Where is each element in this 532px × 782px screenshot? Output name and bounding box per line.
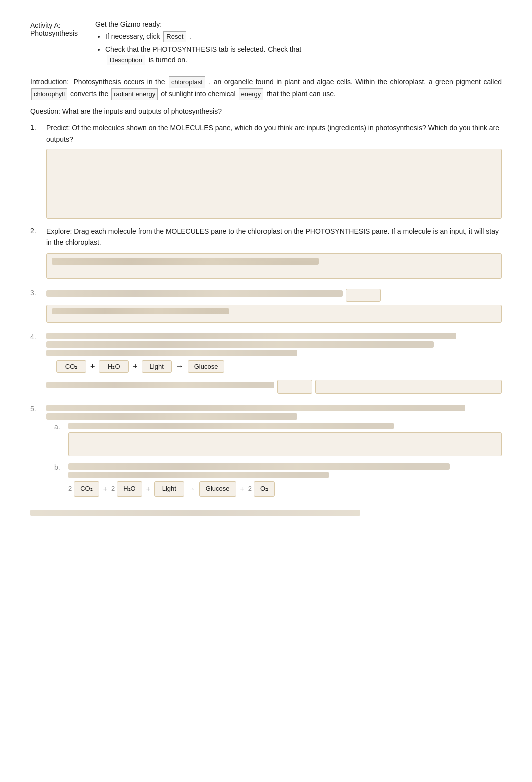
photosynthesis-equation: CO₂ + H₂O + Light → Glucose bbox=[46, 360, 502, 373]
eq2-h2o: H₂O bbox=[117, 481, 142, 497]
page-container: Activity A: Photosynthesis Get the Gizmo… bbox=[30, 20, 502, 516]
activity-header: Activity A: Photosynthesis Get the Gizmo… bbox=[30, 20, 502, 67]
question-label: Question: bbox=[30, 107, 60, 115]
intro-text2: , an organelle found in plant and algae … bbox=[209, 78, 502, 86]
activity-subtitle: Photosynthesis bbox=[30, 29, 95, 37]
item-1-answer-area[interactable] bbox=[46, 149, 502, 219]
eq2-o2: O₂ bbox=[254, 481, 275, 497]
item-5b-content: 2 CO₂ + 2 H₂O + Light → Glucose bbox=[68, 463, 502, 497]
item-3: 3. bbox=[30, 289, 502, 325]
item-5a-label: a. bbox=[54, 423, 68, 431]
item-5-body: a. b. 2 bbox=[46, 405, 502, 502]
radiant-energy-box: radiant energy bbox=[111, 88, 158, 100]
activity-label: Activity A: Photosynthesis bbox=[30, 20, 95, 37]
eq2-co2: CO₂ bbox=[74, 481, 99, 497]
energy-box: energy bbox=[239, 88, 264, 100]
item-2-number: 2. bbox=[30, 226, 46, 235]
activity-title: Activity A: bbox=[30, 21, 95, 29]
question-text: What are the inputs and outputs of photo… bbox=[62, 107, 222, 115]
item-3-num: 3. bbox=[30, 289, 46, 297]
bullet2-suffix: is turned on. bbox=[149, 56, 187, 64]
item-5a: a. bbox=[46, 423, 502, 458]
item-3-answer[interactable] bbox=[46, 305, 502, 323]
bullet1-suffix: . bbox=[190, 32, 192, 40]
item-5-header: 5. a. b. bbox=[30, 405, 502, 502]
item-3-header: 3. bbox=[30, 289, 502, 325]
item-5: 5. a. b. bbox=[30, 405, 502, 502]
item-2: 2. Explore: Drag each molecule from the … bbox=[30, 226, 502, 282]
item-5b-label: b. bbox=[54, 463, 68, 471]
item-2-content: Explore: Drag each molecule from the MOL… bbox=[46, 226, 502, 282]
item-5-num: 5. bbox=[30, 405, 46, 413]
item-2-answer-area[interactable] bbox=[46, 253, 502, 279]
instruction-item-2: Check that the PHOTOSYNTHESIS tab is sel… bbox=[105, 44, 502, 66]
chlorophyll-box: chlorophyll bbox=[31, 88, 67, 100]
eq-h2o: H₂O bbox=[99, 360, 129, 373]
item-2-text: Explore: Drag each molecule from the MOL… bbox=[46, 227, 499, 246]
instruction-item-1: If necessary, click Reset . bbox=[105, 31, 502, 42]
item-1-text: Predict: Of the molecules shown on the M… bbox=[46, 124, 499, 143]
intro-section: Introduction: Photosynthesis occurs in t… bbox=[30, 76, 502, 100]
bottom-blurred-line bbox=[30, 510, 360, 516]
eq-glucose: Glucose bbox=[188, 360, 225, 373]
eq2-light: Light bbox=[154, 481, 184, 497]
get-ready-label: Get the Gizmo ready: bbox=[95, 20, 502, 28]
intro-text5: that the plant can use. bbox=[267, 90, 336, 98]
item-5a-content bbox=[68, 423, 502, 458]
item-1-content: Predict: Of the molecules shown on the M… bbox=[46, 122, 502, 219]
item-1: 1. Predict: Of the molecules shown on th… bbox=[30, 122, 502, 219]
eq2-glucose: Glucose bbox=[199, 481, 236, 497]
item-4: 4. CO₂ + H₂O + Light → Glucose bbox=[30, 333, 502, 397]
reset-box: Reset bbox=[163, 31, 186, 42]
bullet1-prefix: If necessary, click bbox=[105, 32, 160, 40]
description-box: Description bbox=[107, 55, 145, 66]
item-5b: b. 2 CO₂ + 2 H bbox=[46, 463, 502, 497]
item-3-body bbox=[46, 289, 502, 325]
item-1-number: 1. bbox=[30, 122, 46, 131]
activity-instructions: Get the Gizmo ready: If necessary, click… bbox=[95, 20, 502, 67]
intro-text3: converts the bbox=[70, 90, 108, 98]
item-4-answer[interactable] bbox=[315, 380, 502, 394]
bullet2-text: Check that the PHOTOSYNTHESIS tab is sel… bbox=[105, 45, 301, 53]
intro-label: Introduction: bbox=[30, 78, 69, 86]
item-4-body: CO₂ + H₂O + Light → Glucose bbox=[46, 333, 502, 397]
instruction-list: If necessary, click Reset . Check that t… bbox=[95, 31, 502, 65]
intro-text4: of sunlight into chemical bbox=[161, 90, 235, 98]
question-section: Question: What are the inputs and output… bbox=[30, 107, 502, 115]
eq-light: Light bbox=[142, 360, 172, 373]
item-5a-answer[interactable] bbox=[68, 432, 502, 456]
item-4-num: 4. bbox=[30, 333, 46, 341]
eq-co2: CO₂ bbox=[56, 360, 86, 373]
chloroplast-box: chloroplast bbox=[169, 76, 205, 88]
bullet2-line2: Description is turned on. bbox=[105, 56, 187, 64]
intro-text1: Photosynthesis occurs in the bbox=[74, 78, 165, 86]
item-4-header: 4. CO₂ + H₂O + Light → Glucose bbox=[30, 333, 502, 397]
